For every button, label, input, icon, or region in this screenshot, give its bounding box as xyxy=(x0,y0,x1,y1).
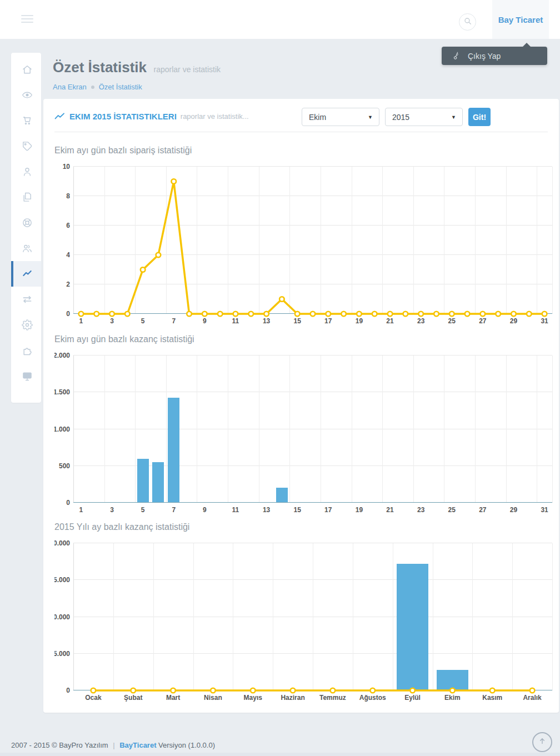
arrow-up-icon xyxy=(537,736,547,748)
exchange-icon xyxy=(22,294,33,305)
panel-heading-text: EKIM 2015 İSTATISTIKLERI xyxy=(69,112,177,121)
footer-copyright: 2007 - 2015 © BayPro Yazılım xyxy=(11,741,108,749)
go-button[interactable]: Git! xyxy=(468,108,491,126)
page-subtitle: raporlar ve istatistik xyxy=(154,65,221,74)
plot-area xyxy=(73,356,552,503)
sidebar-item-monitor[interactable] xyxy=(11,363,41,389)
monthly-earnings-chart-title: 2015 Yılı ay bazlı kazanç istatistiği xyxy=(54,522,189,532)
users-icon xyxy=(22,243,33,254)
y-axis-labels: 05001.0001.5002.000 xyxy=(54,356,70,503)
sidebar-item-eye[interactable] xyxy=(11,82,41,108)
sidebar-item-documents[interactable] xyxy=(11,184,41,210)
sidebar-item-cart[interactable] xyxy=(11,108,41,133)
orders-chart-title: Ekim ayı gün bazlı sipariş istatistiği xyxy=(54,146,192,156)
x-axis-labels: 135791113151719212325272931 xyxy=(73,506,552,517)
bar xyxy=(152,462,164,502)
sidebar-item-user[interactable] xyxy=(11,159,41,184)
documents-icon xyxy=(22,192,33,203)
footer: 2007 - 2015 © BayPro Yazılım | BayTicare… xyxy=(11,741,215,749)
sidebar-item-statistics[interactable] xyxy=(11,261,41,287)
plot-area xyxy=(73,543,552,690)
bar xyxy=(137,459,149,502)
account-dropdown[interactable]: Çıkış Yap xyxy=(442,47,547,65)
monitor-icon xyxy=(22,371,33,382)
sidebar-item-modules[interactable] xyxy=(11,338,41,363)
monthly-earnings-bar-chart: 05.00010.00015.00020.000OcakŞubatMartNis… xyxy=(54,543,552,705)
search-icon xyxy=(463,17,472,28)
panel-divider xyxy=(54,132,548,132)
sidebar-item-settings[interactable] xyxy=(11,312,41,338)
breadcrumb-separator xyxy=(91,86,94,89)
dropdown-caret xyxy=(523,43,531,47)
x-axis-labels: 135791113151719212325272931 xyxy=(73,317,552,328)
breadcrumb-home-link[interactable]: Ana Ekran xyxy=(53,83,87,91)
year-select-value: 2015 xyxy=(392,113,409,122)
plot-area xyxy=(73,167,552,314)
puzzle-icon xyxy=(22,345,33,356)
statistics-panel: EKIM 2015 İSTATISTIKLERI raporlar ve ist… xyxy=(43,99,559,713)
y-axis-labels: 05.00010.00015.00020.000 xyxy=(54,543,70,690)
line-chart-icon xyxy=(54,111,65,122)
line-series xyxy=(73,543,552,690)
footer-version: Versiyon (1.0.0.0) xyxy=(158,741,215,749)
daily-earnings-chart-title: Ekim ayı gün bazlı kazanç istatistiği xyxy=(54,334,194,344)
icon-sidebar xyxy=(11,53,41,403)
chevron-down-icon: ▼ xyxy=(368,114,373,120)
line-chart-icon xyxy=(22,268,33,279)
breadcrumb: Ana EkranÖzet İstatistik xyxy=(53,83,221,91)
sidebar-item-tag[interactable] xyxy=(11,133,41,159)
sidebar-item-exchange[interactable] xyxy=(11,287,41,312)
bar xyxy=(276,488,288,503)
top-header: Bay Ticaret xyxy=(0,0,560,39)
scroll-to-top-button[interactable] xyxy=(532,732,552,752)
sidebar-item-users[interactable] xyxy=(11,236,41,261)
eye-icon xyxy=(22,89,33,101)
key-icon xyxy=(452,51,461,61)
line-series xyxy=(73,167,552,314)
panel-heading: EKIM 2015 İSTATISTIKLERI raporlar ve ist… xyxy=(54,111,249,122)
sidebar-item-life-ring[interactable] xyxy=(11,210,41,236)
gear-icon xyxy=(22,319,33,331)
month-select-value: Ekim xyxy=(309,113,326,122)
sidebar-item-home[interactable] xyxy=(11,57,41,82)
user-icon xyxy=(22,166,33,177)
panel-heading-sub: raporlar ve istatistik... xyxy=(181,112,249,121)
life-ring-icon xyxy=(22,217,33,228)
footer-brand-link[interactable]: BayTicaret xyxy=(119,741,156,749)
page-title: Özet İstatistik xyxy=(53,59,147,76)
month-select[interactable]: Ekim ▼ xyxy=(302,108,379,126)
x-axis-labels: OcakŞubatMartNisanMayısHaziranTemmuzAğus… xyxy=(73,694,552,705)
account-menu-trigger[interactable]: Bay Ticaret xyxy=(492,0,549,39)
tag-icon xyxy=(22,141,33,152)
brand-label: Bay Ticaret xyxy=(498,15,543,24)
footer-separator: | xyxy=(113,741,114,749)
hamburger-menu-icon[interactable] xyxy=(21,15,33,24)
orders-line-chart: 0246810135791113151719212325272931 xyxy=(54,167,552,328)
chevron-down-icon: ▼ xyxy=(451,114,456,120)
home-icon xyxy=(22,64,33,75)
logout-button-label: Çıkış Yap xyxy=(468,52,501,61)
breadcrumb-current-link[interactable]: Özet İstatistik xyxy=(99,83,142,91)
daily-earnings-bar-chart: 05001.0001.5002.000135791113151719212325… xyxy=(54,356,552,517)
page-bottom-strip xyxy=(0,753,560,756)
y-axis-labels: 0246810 xyxy=(54,167,70,314)
year-select[interactable]: 2015 ▼ xyxy=(385,108,463,126)
page-header: Özet İstatistik raporlar ve istatistik A… xyxy=(53,59,221,91)
bar xyxy=(168,398,179,502)
cart-icon xyxy=(22,115,33,126)
search-button[interactable] xyxy=(459,13,476,31)
